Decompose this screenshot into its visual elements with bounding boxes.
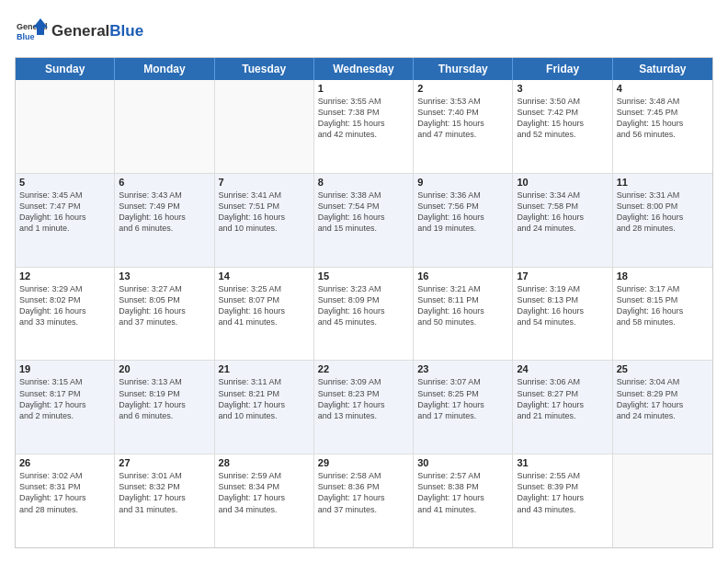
day-number: 8 [318,177,409,188]
day-number: 26 [19,457,110,468]
calendar: SundayMondayTuesdayWednesdayThursdayFrid… [15,57,713,548]
day-info: Sunrise: 3:34 AM Sunset: 7:58 PM Dayligh… [517,190,608,235]
day-cell-1: 1Sunrise: 3:55 AM Sunset: 7:38 PM Daylig… [314,80,414,173]
day-cell-5: 5Sunrise: 3:45 AM Sunset: 7:47 PM Daylig… [16,174,115,267]
day-cell-29: 29Sunrise: 2:58 AM Sunset: 8:36 PM Dayli… [314,454,414,547]
day-info: Sunrise: 3:09 AM Sunset: 8:23 PM Dayligh… [318,376,409,421]
svg-text:Blue: Blue [17,32,35,41]
day-cell-27: 27Sunrise: 3:01 AM Sunset: 8:32 PM Dayli… [115,454,214,547]
day-cell-23: 23Sunrise: 3:07 AM Sunset: 8:25 PM Dayli… [414,361,513,454]
calendar-body: 1Sunrise: 3:55 AM Sunset: 7:38 PM Daylig… [16,80,712,547]
day-number: 17 [517,270,608,282]
day-info: Sunrise: 3:01 AM Sunset: 8:32 PM Dayligh… [119,470,210,515]
logo-text: GeneralBlue [51,22,143,40]
day-info: Sunrise: 3:23 AM Sunset: 8:09 PM Dayligh… [318,283,409,328]
svg-marker-2 [33,18,48,35]
day-cell-19: 19Sunrise: 3:15 AM Sunset: 8:17 PM Dayli… [16,361,115,454]
day-info: Sunrise: 3:50 AM Sunset: 7:42 PM Dayligh… [517,96,608,141]
day-cell-15: 15Sunrise: 3:23 AM Sunset: 8:09 PM Dayli… [314,268,414,361]
day-number: 22 [318,363,409,374]
day-number: 11 [617,177,709,188]
day-cell-3: 3Sunrise: 3:50 AM Sunset: 7:42 PM Daylig… [513,80,612,173]
day-number: 15 [318,270,409,282]
day-number: 13 [119,270,210,282]
day-cell-12: 12Sunrise: 3:29 AM Sunset: 8:02 PM Dayli… [16,268,115,361]
day-cell-22: 22Sunrise: 3:09 AM Sunset: 8:23 PM Dayli… [314,361,414,454]
day-number: 16 [417,270,508,282]
day-info: Sunrise: 3:48 AM Sunset: 7:45 PM Dayligh… [617,96,709,141]
day-number: 25 [617,363,709,374]
empty-cell [613,454,712,547]
day-info: Sunrise: 3:02 AM Sunset: 8:31 PM Dayligh… [19,470,110,515]
day-number: 2 [417,83,508,94]
day-number: 19 [19,363,110,374]
day-info: Sunrise: 3:29 AM Sunset: 8:02 PM Dayligh… [19,283,110,328]
logo-general: General [51,22,109,40]
day-info: Sunrise: 3:04 AM Sunset: 8:29 PM Dayligh… [617,376,709,421]
logo-blue: Blue [109,22,143,40]
day-number: 6 [119,177,210,188]
day-number: 23 [417,363,508,374]
day-info: Sunrise: 3:43 AM Sunset: 7:49 PM Dayligh… [119,190,210,235]
day-info: Sunrise: 3:11 AM Sunset: 8:21 PM Dayligh… [219,376,310,421]
day-number: 28 [219,457,310,468]
day-header-friday: Friday [513,58,612,80]
day-number: 29 [318,457,409,468]
day-number: 5 [19,177,110,188]
day-cell-24: 24Sunrise: 3:06 AM Sunset: 8:27 PM Dayli… [513,361,612,454]
calendar-header-row: SundayMondayTuesdayWednesdayThursdayFrid… [16,58,712,80]
day-number: 30 [417,457,508,468]
day-info: Sunrise: 2:58 AM Sunset: 8:36 PM Dayligh… [318,470,409,515]
day-info: Sunrise: 3:31 AM Sunset: 8:00 PM Dayligh… [617,190,709,235]
day-cell-10: 10Sunrise: 3:34 AM Sunset: 7:58 PM Dayli… [513,174,612,267]
day-header-wednesday: Wednesday [314,58,414,80]
day-info: Sunrise: 2:55 AM Sunset: 8:39 PM Dayligh… [517,470,608,515]
day-cell-13: 13Sunrise: 3:27 AM Sunset: 8:05 PM Dayli… [115,268,214,361]
day-number: 24 [517,363,608,374]
day-cell-9: 9Sunrise: 3:36 AM Sunset: 7:56 PM Daylig… [414,174,513,267]
day-info: Sunrise: 3:15 AM Sunset: 8:17 PM Dayligh… [19,376,110,421]
day-info: Sunrise: 3:13 AM Sunset: 8:19 PM Dayligh… [119,376,210,421]
calendar-week-3: 19Sunrise: 3:15 AM Sunset: 8:17 PM Dayli… [16,361,712,454]
calendar-week-4: 26Sunrise: 3:02 AM Sunset: 8:31 PM Dayli… [16,454,712,547]
day-number: 3 [517,83,608,94]
day-cell-20: 20Sunrise: 3:13 AM Sunset: 8:19 PM Dayli… [115,361,214,454]
day-cell-11: 11Sunrise: 3:31 AM Sunset: 8:00 PM Dayli… [613,174,712,267]
day-cell-2: 2Sunrise: 3:53 AM Sunset: 7:40 PM Daylig… [414,80,513,173]
day-cell-28: 28Sunrise: 2:59 AM Sunset: 8:34 PM Dayli… [215,454,314,547]
day-header-monday: Monday [115,58,214,80]
day-info: Sunrise: 3:21 AM Sunset: 8:11 PM Dayligh… [417,283,508,328]
header: General Blue GeneralBlue [15,15,713,48]
day-number: 7 [219,177,310,188]
day-cell-31: 31Sunrise: 2:55 AM Sunset: 8:39 PM Dayli… [513,454,612,547]
empty-cell [115,80,214,173]
day-info: Sunrise: 3:27 AM Sunset: 8:05 PM Dayligh… [119,283,210,328]
day-header-tuesday: Tuesday [215,58,314,80]
day-number: 1 [318,83,409,94]
day-cell-26: 26Sunrise: 3:02 AM Sunset: 8:31 PM Dayli… [16,454,115,547]
day-number: 18 [617,270,709,282]
day-cell-6: 6Sunrise: 3:43 AM Sunset: 7:49 PM Daylig… [115,174,214,267]
day-number: 9 [417,177,508,188]
day-cell-17: 17Sunrise: 3:19 AM Sunset: 8:13 PM Dayli… [513,268,612,361]
day-cell-7: 7Sunrise: 3:41 AM Sunset: 7:51 PM Daylig… [215,174,314,267]
calendar-week-2: 12Sunrise: 3:29 AM Sunset: 8:02 PM Dayli… [16,268,712,362]
calendar-week-0: 1Sunrise: 3:55 AM Sunset: 7:38 PM Daylig… [16,80,712,174]
day-info: Sunrise: 3:19 AM Sunset: 8:13 PM Dayligh… [517,283,608,328]
day-info: Sunrise: 2:59 AM Sunset: 8:34 PM Dayligh… [219,470,310,515]
day-number: 21 [219,363,310,374]
day-cell-18: 18Sunrise: 3:17 AM Sunset: 8:15 PM Dayli… [613,268,712,361]
day-info: Sunrise: 3:38 AM Sunset: 7:54 PM Dayligh… [318,190,409,235]
day-info: Sunrise: 3:17 AM Sunset: 8:15 PM Dayligh… [617,283,709,328]
day-number: 14 [219,270,310,282]
day-info: Sunrise: 3:41 AM Sunset: 7:51 PM Dayligh… [219,190,310,235]
day-info: Sunrise: 3:07 AM Sunset: 8:25 PM Dayligh… [417,376,508,421]
day-cell-21: 21Sunrise: 3:11 AM Sunset: 8:21 PM Dayli… [215,361,314,454]
day-info: Sunrise: 3:36 AM Sunset: 7:56 PM Dayligh… [417,190,508,235]
day-number: 31 [517,457,608,468]
day-number: 4 [617,83,709,94]
day-header-saturday: Saturday [613,58,712,80]
day-cell-16: 16Sunrise: 3:21 AM Sunset: 8:11 PM Dayli… [414,268,513,361]
day-info: Sunrise: 3:53 AM Sunset: 7:40 PM Dayligh… [417,96,508,141]
day-number: 20 [119,363,210,374]
